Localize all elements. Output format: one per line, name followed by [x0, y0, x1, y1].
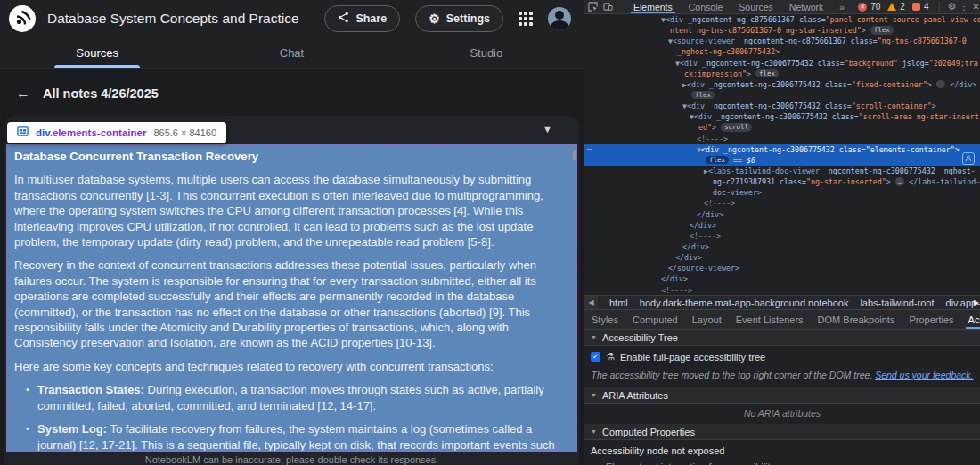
dom-tree-node[interactable]: </div> — [584, 209, 980, 220]
apps-grid-icon[interactable] — [519, 12, 533, 26]
dom-tree-node[interactable]: ▼<source-viewer _ngcontent-ng-c875661367… — [584, 36, 980, 46]
node-options-dots[interactable]: ⋯ — [587, 144, 591, 155]
warning-count[interactable]: 2 — [900, 2, 905, 12]
doc-text: Recovery in the context of concurrent tr… — [14, 257, 568, 350]
dom-tree-node[interactable]: flex == $0 — [584, 155, 980, 166]
dom-tree-node[interactable]: ntent ng-tns-c875661367-0 ng-star-insert… — [584, 25, 980, 36]
close-icon[interactable]: ✕ — [972, 2, 979, 12]
panel-tab-layout[interactable]: Layout — [685, 310, 729, 329]
section-title: ARIA Attributes — [602, 390, 668, 401]
dom-tree-node[interactable]: </div> — [584, 252, 980, 263]
tab-studio[interactable]: Studio — [389, 37, 584, 68]
section-title: Accessibility Tree — [602, 332, 678, 343]
devtools-panel: ElementsConsoleSourcesNetwork» ✕ 70 2 4 … — [584, 0, 980, 465]
tab-sources[interactable]: Sources — [0, 37, 194, 68]
share-button[interactable]: Share — [324, 5, 400, 32]
notebooklm-app: Database System Concepts and Practice Sh… — [0, 0, 584, 465]
breadcrumb-scroll-left-icon[interactable]: ◀ — [584, 296, 598, 309]
enable-a11y-checkbox[interactable]: ✓ — [591, 352, 600, 362]
accessibility-pane: ▼ Accessibility Tree ✓ ⚗ Enable full-pag… — [584, 330, 980, 465]
notebooklm-logo-icon — [9, 5, 36, 32]
tooltip-selector: div.elements-container — [36, 127, 146, 138]
dom-tree-node[interactable]: <!----> — [584, 285, 980, 295]
dom-tree-node[interactable]: </div> — [584, 241, 980, 252]
dom-tree-node[interactable]: ▼<div _ngcontent-ng-c3006775432 class="s… — [584, 111, 980, 122]
dom-tree-node[interactable]: flex — [584, 90, 980, 101]
all-notes-label: All notes 4/26/2025 — [43, 86, 159, 101]
devtools-tab-console[interactable]: Console — [681, 0, 731, 13]
breadcrumb-scroll-right-icon[interactable]: ▶ — [974, 298, 979, 306]
chevron-down-icon: ▼ — [591, 392, 597, 398]
panel-tab-dom-breakpoints[interactable]: DOM Breakpoints — [811, 310, 902, 329]
devtools-tabs: ElementsConsoleSourcesNetwork» — [625, 0, 853, 13]
accessibility-tree-section-header[interactable]: ▼ Accessibility Tree — [584, 330, 980, 346]
accessibility-tree-toggle-icon[interactable] — [962, 152, 975, 165]
element-icon — [17, 125, 29, 141]
chevron-down-icon[interactable]: ▼ — [543, 124, 552, 135]
panel-tab-computed[interactable]: Computed — [625, 310, 685, 329]
dom-tree-node[interactable]: </source-viewer> — [584, 263, 980, 273]
tooltip-dimensions: 865.6 × 84160 — [153, 127, 216, 138]
breadcrumb-items: htmlbody.dark-theme.mat-app-background.n… — [598, 298, 980, 308]
dom-tree-node[interactable]: doc-viewer> — [584, 187, 980, 198]
back-arrow-icon[interactable]: ← — [16, 86, 30, 101]
panel-tab-styles[interactable]: Styles — [584, 310, 625, 329]
no-aria-message: No ARIA attributes — [584, 404, 980, 424]
breadcrumb-item[interactable]: body.dark-theme.mat-app-background.noteb… — [640, 298, 849, 308]
kebab-menu-icon[interactable]: ⋮ — [960, 2, 968, 12]
dom-tree-node[interactable]: </div> — [584, 273, 980, 284]
panel-tab-properties[interactable]: Properties — [902, 310, 960, 329]
bullet-icon: • — [26, 421, 29, 436]
a11y-moved-message: The accessibility tree moved to the top … — [584, 366, 980, 388]
warning-icon[interactable] — [887, 3, 896, 11]
avatar[interactable] — [548, 7, 571, 30]
panel-tab-accessibility[interactable]: Accessibility — [961, 310, 980, 329]
note-card: ▼ Database Concurrent Transaction Recove… — [4, 116, 579, 465]
app-header: Database System Concepts and Practice Sh… — [0, 0, 584, 37]
device-toolbar-icon[interactable] — [603, 2, 613, 12]
inspect-tooltip: div.elements-container 865.6 × 84160 — [7, 122, 226, 143]
issues-count[interactable]: 4 — [924, 2, 929, 12]
inspect-element-icon[interactable] — [588, 2, 598, 12]
panel-tab-event-listeners[interactable]: Event Listeners — [729, 310, 811, 329]
devtools-settings-icon[interactable]: ⚙ — [947, 1, 956, 12]
dom-tree-node[interactable]: _nghost-ng-c3006775432> — [584, 46, 980, 57]
dom-tree-node[interactable]: ng-c2719387931 class="ng-star-inserted">… — [584, 176, 980, 187]
devtools-tab-elements[interactable]: Elements — [625, 0, 681, 13]
error-icon[interactable]: ✕ — [858, 3, 867, 12]
chevron-down-icon: ▼ — [591, 334, 597, 340]
settings-button[interactable]: ⚙ Settings — [415, 5, 503, 32]
devtools-tab-more[interactable]: » — [831, 0, 853, 13]
disclaimer-text: NotebookLM can be inaccurate; please dou… — [4, 454, 579, 465]
issues-icon[interactable] — [912, 3, 920, 11]
experiment-flask-icon: ⚗ — [606, 351, 615, 363]
share-icon — [338, 12, 349, 26]
scrollbar-thumb[interactable] — [573, 150, 576, 160]
feedback-link[interactable]: Send us your feedback. — [875, 370, 973, 380]
dom-tree-node[interactable]: ▶<div _ngcontent-ng-c3006775432 class="f… — [584, 79, 980, 90]
devtools-tab-network[interactable]: Network — [781, 0, 832, 13]
enable-a11y-label: Enable full-page accessibility tree — [620, 352, 765, 363]
dom-tree-node[interactable]: </div> — [584, 220, 980, 231]
breadcrumb-item[interactable]: html — [609, 298, 628, 308]
computed-properties-section-header[interactable]: ▼ Computed Properties — [584, 424, 980, 440]
devtools-badges: ✕ 70 2 4 ⚙ ⋮ ✕ — [858, 1, 980, 12]
aria-attributes-section-header[interactable]: ▼ ARIA Attributes — [584, 388, 980, 404]
settings-gear-icon: ⚙ — [429, 12, 440, 25]
dom-tree-node[interactable]: ed"> scroll — [584, 122, 980, 133]
dom-tree-node[interactable]: ▼<div _ngcontent-ng-c3006775432 class="e… — [584, 144, 980, 155]
notes-bar: ← All notes 4/26/2025 — [0, 69, 584, 106]
dom-tree-node[interactable]: ▼<div _ngcontent-ng-c3006775432 class="s… — [584, 101, 980, 111]
tab-chat[interactable]: Chat — [194, 37, 388, 68]
dom-tree-node[interactable]: ▼<div _ngcontent-ng-c3006775432 class="b… — [584, 58, 980, 69]
error-count[interactable]: 70 — [870, 2, 880, 12]
breadcrumb-item[interactable]: labs-tailwind-root — [860, 298, 934, 308]
dom-tree-node[interactable]: <!----> — [584, 134, 980, 144]
devtools-tab-sources[interactable]: Sources — [731, 0, 781, 13]
dom-tree: ▼<div _ngcontent-ng-c875661367 class="pa… — [584, 14, 980, 295]
dom-tree-node[interactable]: ck:impression"> flex — [584, 69, 980, 79]
dom-tree-node[interactable]: ▶<labs-tailwind-doc-viewer _ngcontent-ng… — [584, 166, 980, 176]
dom-tree-node[interactable]: ▼<div _ngcontent-ng-c875661367 class="pa… — [584, 14, 980, 25]
dom-tree-node[interactable]: <!----> — [584, 231, 980, 241]
dom-tree-node[interactable]: <!----> — [584, 198, 980, 208]
